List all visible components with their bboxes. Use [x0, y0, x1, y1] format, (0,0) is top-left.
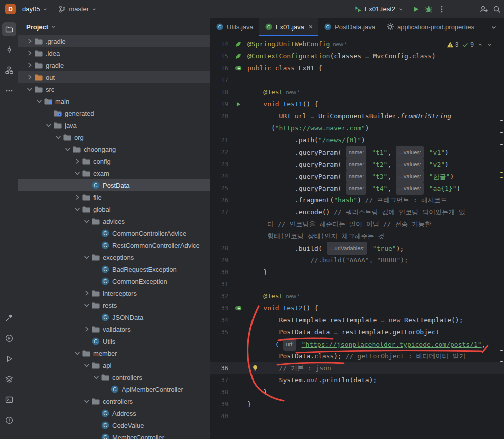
tree-item-exceptions[interactable]: exceptions	[18, 251, 210, 263]
chevron-open-icon[interactable]	[73, 349, 82, 357]
build-tool-button[interactable]	[2, 311, 16, 325]
line-number[interactable]: 27	[210, 209, 231, 216]
chevron-open-icon[interactable]	[35, 97, 44, 105]
tab-application-prod.properties[interactable]: application-prod.properties	[381, 18, 480, 36]
tree-item-controllers[interactable]: controllers	[18, 371, 210, 383]
play-outline-tool-button[interactable]	[2, 352, 16, 366]
line-number[interactable]: 35	[210, 329, 231, 336]
tree-item-exam[interactable]: exam	[18, 167, 210, 179]
code-line-40[interactable]: 40	[210, 410, 504, 422]
commit-tool-button[interactable]	[2, 43, 16, 57]
chevron-open-icon[interactable]	[82, 397, 91, 405]
chevron-closed-icon[interactable]	[82, 325, 91, 333]
project-panel-header[interactable]: Project	[18, 18, 210, 35]
chevron-open-icon[interactable]	[63, 145, 72, 153]
chevron-open-icon[interactable]	[92, 373, 101, 381]
code-line-wrap[interactable]: 다 // 인코딩을 해준다는 말이 아님 // 전송 가능한	[210, 218, 504, 230]
line-number[interactable]: 29	[210, 257, 231, 264]
run-configuration-widget[interactable]: Ex01.test2	[351, 3, 407, 15]
chevron-open-icon[interactable]	[82, 217, 91, 225]
tree-item-CommonException[interactable]: CCommonException	[18, 275, 210, 287]
line-number[interactable]: 23	[210, 161, 231, 168]
project-logo[interactable]: D	[5, 4, 16, 14]
line-number[interactable]: 37	[210, 377, 231, 384]
code-line-15[interactable]: 15@ContextConfiguration(classes = MvcCon…	[210, 50, 504, 62]
tree-item-Utils[interactable]: CUtils	[18, 335, 210, 347]
code-line-wrap[interactable]: PostData.class); // getForObject : 바디데이터…	[210, 350, 504, 362]
line-number[interactable]: 21	[210, 137, 231, 144]
problems-tool-button[interactable]	[2, 413, 16, 427]
code-line-19[interactable]: 19 void test1() {	[210, 98, 504, 110]
chevron-closed-icon[interactable]	[82, 289, 91, 297]
run-circle-tool-button[interactable]	[2, 331, 16, 345]
tree-item-org[interactable]: org	[18, 131, 210, 143]
tree-item-PostData[interactable]: CPostData	[18, 179, 210, 191]
chevron-open-icon[interactable]	[82, 253, 91, 261]
chevron-open-icon[interactable]	[73, 169, 82, 177]
line-number[interactable]: 39	[210, 401, 231, 408]
line-number[interactable]: 32	[210, 293, 231, 300]
run-button[interactable]	[412, 5, 420, 13]
tree-item-.idea[interactable]: .idea	[18, 47, 210, 59]
gutter[interactable]	[231, 65, 245, 72]
tree-item-java[interactable]: java	[18, 119, 210, 131]
code-line-28[interactable]: 28 .build( …uriVariables: "true");	[210, 242, 504, 254]
chevron-closed-icon[interactable]	[25, 61, 34, 69]
code-line-27[interactable]: 27 .encode() // 쿼리스트링 값에 인코딩 되어있는게 있	[210, 206, 504, 218]
gutter[interactable]	[231, 53, 245, 60]
line-number[interactable]: 24	[210, 173, 231, 180]
code-line-36[interactable]: 36 // 기본 : json	[210, 362, 504, 374]
line-number[interactable]: 36	[210, 365, 231, 372]
gutter[interactable]	[231, 305, 245, 312]
tab-PostData.java[interactable]: CPostData.java	[318, 18, 381, 36]
code-line-18[interactable]: 18 @Test new *	[210, 86, 504, 98]
checks-indicator[interactable]: 9	[462, 41, 474, 48]
warnings-indicator[interactable]: 3	[447, 41, 459, 48]
line-number[interactable]: 25	[210, 185, 231, 192]
intention-bulb-icon[interactable]	[251, 364, 259, 371]
tree-item-main[interactable]: main	[18, 95, 210, 107]
tree-item-ApiMemberController[interactable]: CApiMemberController	[18, 383, 210, 395]
code-line-22[interactable]: 22 .queryParam( name: "t1", …values: "v1…	[210, 146, 504, 158]
tree-item-CodeValue[interactable]: CCodeValue	[18, 419, 210, 431]
line-number[interactable]: 17	[210, 77, 231, 84]
code-line-20[interactable]: 20 URI url = UriComponentsBuilder.fromUr…	[210, 110, 504, 122]
structure-tool-button[interactable]	[2, 63, 16, 77]
code-line-17[interactable]: 17	[210, 74, 504, 86]
code-line-29[interactable]: 29 //.build("AAAA", "BBBB");	[210, 254, 504, 266]
line-number[interactable]: 16	[210, 65, 231, 72]
code-line-35[interactable]: 35 PostData data = restTemplate.getForOb…	[210, 326, 504, 338]
project-switcher[interactable]: day05	[19, 3, 51, 15]
line-number[interactable]: 22	[210, 149, 231, 156]
chevron-open-icon[interactable]	[44, 121, 53, 129]
debug-button[interactable]	[425, 5, 433, 13]
code-line-wrap[interactable]: ( url: "https://jsonplaceholder.typicode…	[210, 338, 504, 350]
inspections-widget[interactable]: 3 9	[445, 40, 495, 49]
code-line-16[interactable]: 16public class Ex01 {	[210, 62, 504, 74]
code-line-39[interactable]: 39}	[210, 398, 504, 410]
tree-item-JSONData[interactable]: CJSONData	[18, 311, 210, 323]
code-line-25[interactable]: 25 .queryParam( name: "t4", …values: "aa…	[210, 182, 504, 194]
tree-item-validators[interactable]: validators	[18, 323, 210, 335]
tree-item-out[interactable]: out	[18, 71, 210, 83]
code-line-wrap[interactable]: 형태(인코딩 상태)인지 체크해주는 것	[210, 230, 504, 242]
code-line-23[interactable]: 23 .queryParam( name: "t2", …values: "v2…	[210, 158, 504, 170]
tree-item-config[interactable]: config	[18, 155, 210, 167]
code-line-37[interactable]: 37 System.out.println(data);	[210, 374, 504, 386]
tree-item-generated[interactable]: generated	[18, 107, 210, 119]
tree-item-Address[interactable]: CAddress	[18, 407, 210, 419]
code-line-24[interactable]: 24 .queryParam( name: "t3", …values: "한글…	[210, 170, 504, 182]
line-number[interactable]: 34	[210, 317, 231, 324]
previous-problem-button[interactable]	[477, 42, 483, 48]
chevron-closed-icon[interactable]	[73, 157, 82, 165]
tree-item-advices[interactable]: advices	[18, 215, 210, 227]
tree-item-controllers[interactable]: controllers	[18, 395, 210, 407]
tree-item-rests[interactable]: rests	[18, 299, 210, 311]
line-number[interactable]: 26	[210, 197, 231, 204]
line-number[interactable]: 18	[210, 89, 231, 96]
line-number[interactable]: 31	[210, 281, 231, 288]
line-number[interactable]: 15	[210, 53, 231, 60]
tab-Ex01.java[interactable]: CEx01.java×	[259, 18, 318, 36]
tree-item-member[interactable]: member	[18, 347, 210, 359]
tree-item-RestCommonControllerAdvice[interactable]: CRestCommonControllerAdvice	[18, 239, 210, 251]
